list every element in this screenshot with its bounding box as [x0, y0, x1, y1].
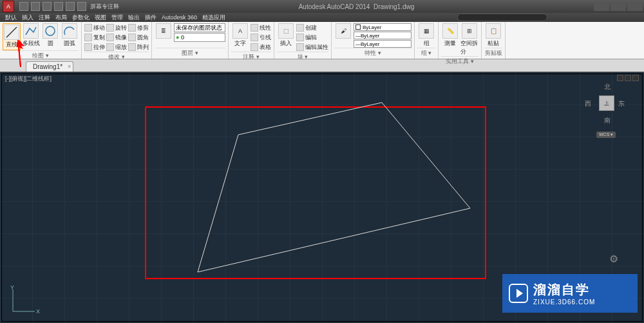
- arc-label: 圆弧: [64, 39, 75, 48]
- tab-parametric[interactable]: 参数化: [72, 14, 90, 22]
- rotate-button[interactable]: 旋转: [106, 23, 127, 32]
- fillet-button[interactable]: 圆角: [128, 33, 149, 42]
- lineweight-combo[interactable]: — ByLayer: [354, 32, 412, 39]
- panel-group: ▦组 组 ▾: [415, 22, 439, 59]
- qat-save-icon[interactable]: [43, 2, 52, 11]
- doc-tab-label: Drawing1*: [33, 63, 62, 70]
- panel-util-label[interactable]: 实用工具 ▾: [441, 56, 478, 66]
- text-button[interactable]: A文字: [231, 23, 249, 48]
- tab-insert[interactable]: 插入: [22, 14, 33, 22]
- workspace-label[interactable]: 屏幕专注释: [90, 3, 119, 11]
- panel-group-label[interactable]: 组 ▾: [417, 48, 435, 57]
- line-button[interactable]: 直线: [3, 23, 21, 50]
- color-combo[interactable]: ByLayer: [354, 23, 412, 31]
- minimize-button[interactable]: [594, 2, 609, 11]
- help-search-input[interactable]: [457, 14, 547, 21]
- trim-button[interactable]: 修剪: [128, 23, 149, 32]
- navcube-north[interactable]: 北: [604, 83, 611, 92]
- scale-button[interactable]: 缩放: [106, 43, 127, 52]
- close-tab-icon[interactable]: ×: [68, 63, 71, 70]
- paste-icon: 📋: [486, 23, 501, 39]
- polyline-label: 多段线: [23, 39, 40, 48]
- mirror-button[interactable]: 镜像: [106, 33, 127, 42]
- panel-annot-label[interactable]: 注释 ▾: [231, 52, 271, 61]
- tab-layout[interactable]: 布局: [55, 14, 67, 22]
- tab-plugins[interactable]: 插件: [145, 14, 156, 22]
- table-button[interactable]: 表格: [251, 43, 271, 52]
- group-icon: ▦: [419, 23, 434, 39]
- tab-autodesk360[interactable]: Autodesk 360: [162, 14, 197, 21]
- linetype-combo[interactable]: — ByLayer: [354, 40, 412, 48]
- arc-button[interactable]: 圆弧: [61, 23, 79, 48]
- move-icon: [84, 24, 92, 32]
- measure-icon: 📏: [442, 23, 458, 39]
- navcube-wcs[interactable]: WCS ▾: [596, 132, 616, 138]
- quick-access-toolbar: [19, 2, 86, 11]
- stretch-button[interactable]: 拉伸: [84, 43, 105, 52]
- layer-properties-button[interactable]: ≣: [155, 23, 173, 39]
- close-button[interactable]: [627, 2, 643, 11]
- arc-icon: [62, 23, 77, 39]
- navcube-east[interactable]: 东: [618, 99, 625, 108]
- polyline-button[interactable]: 多段线: [22, 23, 40, 48]
- ucs-icon[interactable]: X Y: [8, 284, 40, 317]
- window-controls: [594, 2, 643, 11]
- panel-clip-label[interactable]: 剪贴板: [484, 48, 502, 57]
- qat-print-icon[interactable]: [77, 2, 86, 11]
- doc-tab-drawing1[interactable]: Drawing1* ×: [26, 61, 73, 72]
- maximize-button[interactable]: [611, 2, 626, 11]
- panel-modify: 移动 复制 拉伸 旋转 镜像 缩放 修剪 圆角 阵列 修改 ▾: [82, 22, 152, 59]
- layers-icon: ≣: [156, 23, 171, 39]
- paste-button[interactable]: 📋粘贴: [484, 23, 502, 48]
- layer-current-combo[interactable]: ● 0: [174, 33, 225, 42]
- app-icon[interactable]: A: [3, 1, 14, 12]
- qat-open-icon[interactable]: [31, 2, 40, 11]
- group-button[interactable]: ▦组: [417, 23, 435, 48]
- nav-wheel-icon[interactable]: ⚙: [609, 253, 618, 265]
- qat-undo-icon[interactable]: [54, 2, 63, 11]
- leader-button[interactable]: 引线: [251, 33, 271, 42]
- vp-close-icon[interactable]: [632, 75, 639, 81]
- insert-block-button[interactable]: ⬚插入: [277, 23, 295, 48]
- panel-block-label[interactable]: 块 ▾: [277, 52, 328, 61]
- navcube-south[interactable]: 南: [604, 116, 611, 125]
- copy-button[interactable]: 复制: [84, 33, 105, 42]
- navcube-west[interactable]: 西: [585, 99, 591, 108]
- tab-featured[interactable]: 精选应用: [202, 14, 225, 22]
- edit-attr-button[interactable]: 编辑属性: [296, 43, 328, 52]
- match-prop-button[interactable]: 🖌: [334, 23, 352, 39]
- move-button[interactable]: 移动: [84, 23, 105, 32]
- create-block-button[interactable]: 创建: [296, 23, 328, 32]
- panel-draw: 直线 多段线 圆 圆弧 绘图 ▾: [0, 22, 82, 59]
- array-icon: [128, 43, 136, 51]
- navcube-top-face[interactable]: 上: [599, 95, 614, 111]
- view-cube[interactable]: 北 西 东 南 上 WCS ▾: [587, 80, 626, 132]
- split-button[interactable]: ⊞空间拆分: [460, 23, 478, 56]
- tab-default[interactable]: 默认: [5, 14, 17, 22]
- watermark: 溜溜自学 ZIXUE.3D66.COM: [502, 274, 638, 313]
- edit-block-button[interactable]: 编辑: [296, 33, 328, 42]
- create-icon: [296, 24, 304, 32]
- ribbon: 直线 多段线 圆 圆弧 绘图 ▾ 移动 复制 拉伸: [0, 22, 644, 59]
- qat-new-icon[interactable]: [19, 2, 28, 11]
- panel-prop-label[interactable]: 特性 ▾: [334, 48, 412, 57]
- panel-modify-label[interactable]: 修改 ▾: [84, 52, 149, 61]
- panel-draw-label[interactable]: 绘图 ▾: [3, 50, 79, 60]
- layer-state-combo[interactable]: 未保存的图层状态: [174, 23, 225, 32]
- tab-annotate[interactable]: 注释: [39, 14, 50, 22]
- tab-output[interactable]: 输出: [128, 14, 140, 22]
- tab-manage[interactable]: 管理: [111, 14, 123, 22]
- circle-button[interactable]: 圆: [41, 23, 59, 48]
- tab-view[interactable]: 视图: [95, 14, 106, 22]
- qat-redo-icon[interactable]: [66, 2, 75, 11]
- ribbon-tabs: 默认 插入 注释 布局 参数化 视图 管理 输出 插件 Autodesk 360…: [0, 13, 644, 22]
- viewport-label[interactable]: [-][俯视][二维线框]: [5, 75, 52, 83]
- measure-button[interactable]: 📏测量: [441, 23, 459, 48]
- array-button[interactable]: 阵列: [128, 43, 149, 52]
- svg-point-1: [46, 26, 55, 35]
- edit-icon: [296, 34, 304, 41]
- title-bar: A 屏幕专注释 Autodesk AutoCAD 2014 Drawing1.d…: [0, 0, 644, 13]
- panel-layer-label[interactable]: 图层 ▾: [155, 48, 225, 57]
- scale-icon: [106, 43, 114, 51]
- linear-dim-button[interactable]: 线性: [251, 23, 271, 32]
